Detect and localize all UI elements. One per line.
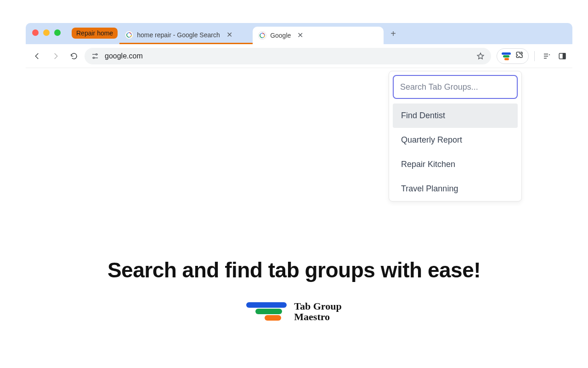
reading-list-icon[interactable] — [540, 52, 553, 60]
page-viewport: Find Dentist Quarterly Report Repair Kit… — [26, 68, 572, 220]
svg-rect-5 — [563, 53, 565, 59]
tab-strip: Repair home home repair - Google Search … — [26, 23, 572, 44]
new-tab-button[interactable]: + — [386, 27, 400, 40]
window-maximize-button[interactable] — [54, 29, 61, 36]
bookmark-star-icon[interactable] — [476, 52, 485, 60]
svg-point-3 — [93, 57, 95, 58]
tab-group-chip[interactable]: Repair home — [72, 28, 118, 39]
tab-close-icon[interactable]: ✕ — [297, 32, 303, 39]
google-favicon-icon — [258, 31, 266, 40]
brand-name: Tab Group Maestro — [294, 301, 341, 322]
reload-button[interactable] — [66, 48, 82, 64]
toolbar: google.com — [26, 44, 572, 68]
tab-group-item[interactable]: Quarterly Report — [393, 128, 518, 152]
tab-title: home repair - Google Search — [137, 31, 220, 39]
tab-groups-list: Find Dentist Quarterly Report Repair Kit… — [393, 104, 518, 201]
brand-bars-icon — [246, 302, 288, 321]
forward-button[interactable] — [48, 48, 63, 64]
marketing-section: Search and find tab groups with ease! Ta… — [0, 258, 588, 322]
site-settings-icon[interactable] — [91, 52, 99, 60]
tab-group-item[interactable]: Repair Kitchen — [393, 152, 518, 177]
extension-pill[interactable] — [497, 48, 529, 64]
brand-lockup: Tab Group Maestro — [246, 301, 341, 322]
window-minimize-button[interactable] — [43, 29, 50, 36]
side-panel-icon[interactable] — [556, 52, 569, 60]
svg-point-2 — [96, 53, 97, 55]
tab-close-icon[interactable]: ✕ — [226, 31, 232, 39]
tab-home-repair[interactable]: home repair - Google Search ✕ — [119, 27, 253, 44]
address-bar[interactable]: google.com — [85, 48, 491, 64]
search-tab-groups-input[interactable] — [393, 75, 518, 99]
tab-group-maestro-icon — [502, 52, 511, 60]
url-text: google.com — [105, 52, 471, 60]
window-close-button[interactable] — [32, 29, 39, 36]
google-favicon-icon — [125, 31, 133, 39]
tab-group-item[interactable]: Find Dentist — [393, 104, 518, 128]
tab-group-item[interactable]: Travel Planning — [393, 177, 518, 201]
tab-groups-popup: Find Dentist Quarterly Report Repair Kit… — [389, 71, 522, 201]
headline: Search and find tab groups with ease! — [0, 258, 588, 282]
tab-title: Google — [270, 32, 291, 39]
extensions-puzzle-icon[interactable] — [515, 51, 524, 61]
browser-window: Repair home home repair - Google Search … — [26, 23, 572, 220]
tab-google[interactable]: Google ✕ — [253, 27, 384, 44]
window-controls — [32, 23, 72, 44]
toolbar-separator — [534, 51, 535, 61]
back-button[interactable] — [29, 48, 45, 64]
